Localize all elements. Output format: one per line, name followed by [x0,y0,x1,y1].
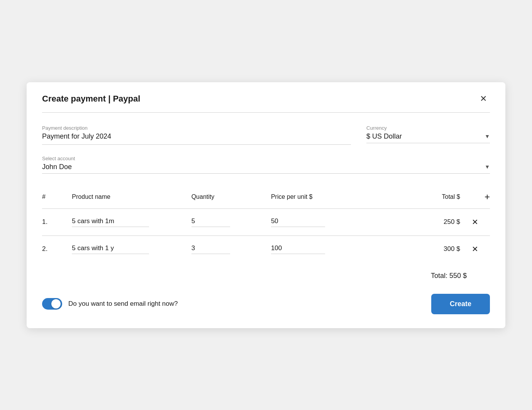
account-dropdown-icon: ▼ [485,164,490,170]
product-input[interactable] [72,217,149,227]
create-payment-modal: Create payment | Paypal ✕ Payment descri… [27,82,505,328]
create-button[interactable]: Create [431,294,490,314]
currency-dropdown-icon: ▼ [485,133,490,139]
currency-field: Currency $ US Dollar ▼ [366,125,490,145]
row-product[interactable] [72,235,191,263]
row-action: ✕ [460,235,490,263]
close-button[interactable]: ✕ [477,93,490,105]
product-input[interactable] [72,244,149,254]
col-header-action: + [460,188,490,209]
table-row: 2. 300 $ ✕ [42,235,490,263]
row-qty[interactable] [191,208,271,235]
qty-input[interactable] [191,244,230,254]
col-header-num: # [42,188,72,209]
currency-value: $ US Dollar [366,132,402,141]
modal-header: Create payment | Paypal ✕ [42,93,490,105]
add-item-button[interactable]: + [485,191,490,202]
toggle-label: Do you want to send email right now? [68,300,178,308]
col-header-product: Product name [72,188,191,209]
items-table: # Product name Quantity Price per unit $… [42,188,490,263]
row-price[interactable] [271,208,381,235]
table-header-row: # Product name Quantity Price per unit $… [42,188,490,209]
payment-description-label: Payment description [42,125,351,131]
account-select-wrapper[interactable]: John Doe ▼ [42,163,490,174]
currency-label: Currency [366,125,490,131]
col-header-price: Price per unit $ [271,188,381,209]
qty-input[interactable] [191,217,230,227]
payment-description-input[interactable] [42,132,351,142]
row-product[interactable] [72,208,191,235]
total-row: Total: 550 $ [42,263,490,289]
price-input[interactable] [271,244,325,254]
col-header-qty: Quantity [191,188,271,209]
row-price[interactable] [271,235,381,263]
table-row: 1. 250 $ ✕ [42,208,490,235]
row-num: 2. [42,235,72,263]
col-header-total: Total $ [380,188,460,209]
account-row: Select account John Doe ▼ [42,156,490,174]
remove-item-button[interactable]: ✕ [472,217,478,227]
row-action: ✕ [460,208,490,235]
account-label: Select account [42,156,490,161]
toggle-thumb [51,299,61,308]
price-input[interactable] [271,217,325,227]
account-value: John Doe [42,163,72,171]
toggle-track [42,298,62,310]
currency-select-wrapper[interactable]: $ US Dollar ▼ [366,132,490,143]
modal-title: Create payment | Paypal [42,94,140,104]
email-toggle[interactable] [42,298,62,310]
remove-item-button[interactable]: ✕ [472,244,478,254]
total-value: Total: 550 $ [431,272,467,280]
payment-description-field: Payment description [42,125,351,145]
account-field: Select account John Doe ▼ [42,156,490,174]
header-divider [42,112,490,113]
email-toggle-section: Do you want to send email right now? [42,298,178,310]
row-total: 250 $ [380,208,460,235]
footer-row: Do you want to send email right now? Cre… [42,294,490,314]
description-currency-row: Payment description Currency $ US Dollar… [42,125,490,145]
payment-description-input-wrapper [42,132,351,145]
row-total: 300 $ [380,235,460,263]
row-num: 1. [42,208,72,235]
row-qty[interactable] [191,235,271,263]
